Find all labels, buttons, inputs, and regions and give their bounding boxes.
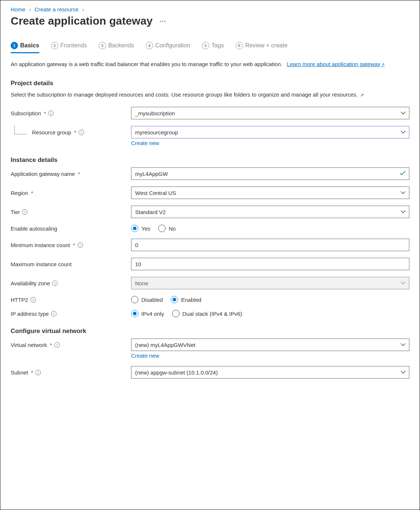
min-instance-value: 0 (135, 242, 138, 248)
ipv4-only-radio[interactable]: IPv4 only (131, 310, 164, 317)
subscription-label: Subscription* i (11, 110, 131, 116)
max-instance-value: 10 (135, 261, 141, 267)
external-link-icon: ↗ (381, 62, 385, 67)
radio-label: IPv4 only (141, 311, 164, 317)
tab-label: Tags (211, 42, 224, 49)
autoscaling-yes-radio[interactable]: Yes (131, 225, 150, 232)
resource-group-select[interactable]: myresourcegroup (131, 126, 409, 138)
subnet-value: (new) appgw-subnet (10.1.0.0/24) (135, 369, 218, 376)
tab-number: 4 (146, 42, 153, 49)
tree-elbow-icon (14, 126, 27, 134)
tab-label: Configuration (155, 42, 190, 49)
radio-label: Enabled (181, 297, 201, 303)
wizard-tabs: 1 Basics 2 Frontends 3 Backends 4 Config… (11, 42, 409, 54)
virtual-network-select[interactable]: (new) myL4AppGWVNet (131, 339, 409, 351)
max-instance-label: Maximum instance count (11, 261, 131, 267)
project-details-description: Select the subscription to manage deploy… (11, 91, 409, 99)
tab-basics[interactable]: 1 Basics (11, 42, 39, 53)
info-icon[interactable]: i (52, 281, 58, 286)
tab-number: 2 (51, 42, 58, 49)
external-link-icon: ↗ (360, 93, 364, 98)
tab-backends[interactable]: 3 Backends (99, 42, 134, 53)
min-instance-label: Minimum instance count* i (11, 242, 131, 248)
tab-label: Basics (20, 42, 39, 49)
chevron-right-icon: › (82, 6, 84, 12)
region-value: West Central US (135, 190, 176, 196)
region-select[interactable]: West Central US (131, 187, 409, 199)
gateway-name-value: myL4AppGW (135, 171, 168, 177)
tab-label: Review + create (245, 42, 287, 49)
virtual-network-value: (new) myL4AppGWVNet (135, 342, 195, 348)
subscription-value: _mysubscription (135, 110, 175, 116)
tab-number: 5 (202, 42, 209, 49)
breadcrumb: Home › Create a resource › (11, 6, 409, 12)
min-instance-input[interactable]: 0 (131, 239, 409, 251)
max-instance-input[interactable]: 10 (131, 258, 409, 270)
tab-label: Backends (108, 42, 134, 49)
info-icon[interactable]: i (22, 209, 28, 215)
breadcrumb-home[interactable]: Home (11, 6, 25, 12)
virtual-network-label: Virtual network* i (11, 342, 131, 348)
tab-configuration[interactable]: 4 Configuration (146, 42, 190, 53)
availability-zone-value: None (135, 280, 148, 286)
info-icon[interactable]: i (35, 370, 41, 375)
dual-stack-radio[interactable]: Dual stack (IPv4 & IPv6) (172, 310, 242, 317)
check-icon (400, 171, 406, 177)
http2-enabled-radio[interactable]: Enabled (171, 296, 201, 303)
availability-zone-select: None (131, 277, 409, 289)
intro-text: An application gateway is a web traffic … (11, 60, 409, 69)
radio-label: Dual stack (IPv4 & IPv6) (182, 311, 242, 317)
tab-frontends[interactable]: 2 Frontends (51, 42, 87, 53)
tier-value: Standard V2 (135, 209, 166, 215)
resource-group-label: Resource group* i (11, 129, 131, 135)
radio-label: Disabled (141, 297, 163, 303)
gateway-name-input[interactable]: myL4AppGW (131, 167, 409, 180)
page-title: Create application gateway ⋯ (11, 15, 409, 27)
http2-disabled-radio[interactable]: Disabled (131, 296, 163, 303)
resource-group-value: myresourcegroup (135, 129, 178, 135)
subnet-label: Subnet* i (11, 369, 131, 376)
autoscaling-no-radio[interactable]: No (158, 225, 175, 232)
breadcrumb-create-resource[interactable]: Create a resource (35, 6, 79, 12)
subscription-select[interactable]: _mysubscription (131, 107, 409, 119)
info-icon[interactable]: i (51, 311, 57, 317)
page-title-text: Create application gateway (11, 15, 153, 27)
tab-number: 6 (236, 42, 243, 49)
intro-description: An application gateway is a web traffic … (11, 61, 282, 67)
tab-review-create[interactable]: 6 Review + create (236, 42, 287, 53)
subnet-select[interactable]: (new) appgw-subnet (10.1.0.0/24) (131, 366, 409, 379)
info-icon[interactable]: i (30, 297, 36, 303)
create-new-vnet-link[interactable]: Create new (131, 352, 159, 359)
vnet-heading: Configure virtual network (11, 328, 409, 335)
info-icon[interactable]: i (54, 342, 60, 348)
autoscaling-label: Enable autoscaling (11, 225, 131, 232)
http2-label: HTTP2 i (11, 297, 131, 303)
availability-zone-label: Availability zone i (11, 280, 131, 286)
info-icon[interactable]: i (77, 242, 83, 248)
gateway-name-label: Application gateway name* (11, 171, 131, 177)
tab-tags[interactable]: 5 Tags (202, 42, 224, 53)
learn-more-link[interactable]: Learn more about application gateway↗ (287, 61, 384, 67)
instance-details-heading: Instance details (11, 156, 409, 164)
tier-label: Tier i (11, 209, 131, 215)
ip-type-label: IP address type i (11, 311, 131, 317)
chevron-right-icon: › (29, 6, 31, 12)
project-details-heading: Project details (11, 80, 409, 87)
tab-number: 1 (11, 42, 18, 49)
region-label: Region* (11, 190, 131, 196)
tab-number: 3 (99, 42, 106, 49)
create-new-rg-link[interactable]: Create new (131, 140, 159, 146)
more-actions-button[interactable]: ⋯ (159, 17, 166, 25)
tier-select[interactable]: Standard V2 (131, 206, 409, 218)
info-icon[interactable]: i (79, 130, 84, 135)
info-icon[interactable]: i (48, 111, 54, 116)
tab-label: Frontends (61, 42, 87, 49)
radio-label: No (169, 225, 175, 232)
radio-label: Yes (141, 225, 150, 232)
